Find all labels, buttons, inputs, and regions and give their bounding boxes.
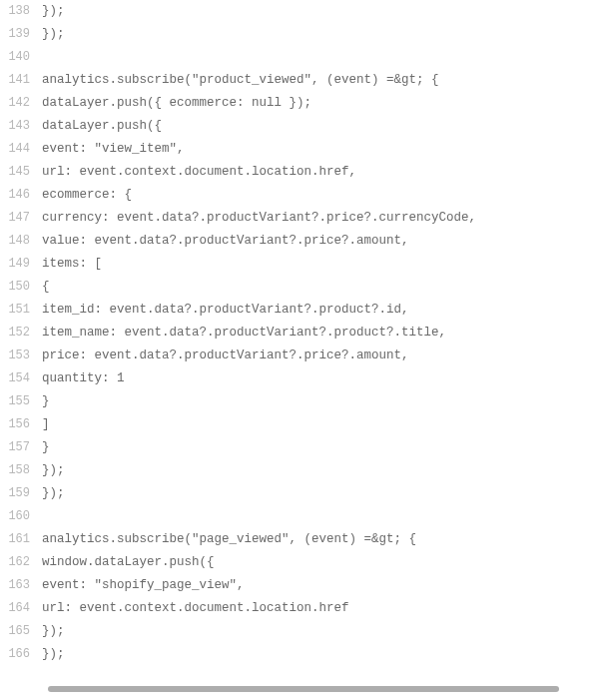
line-number: 139: [0, 23, 42, 46]
line-number: 158: [0, 459, 42, 482]
line-number: 144: [0, 138, 42, 161]
code-line: 156]: [0, 413, 599, 436]
line-content: });: [42, 0, 65, 23]
line-content: dataLayer.push({: [42, 115, 162, 138]
line-content: });: [42, 459, 65, 482]
line-number: 151: [0, 299, 42, 322]
code-line: 159});: [0, 482, 599, 505]
line-number: 165: [0, 620, 42, 643]
code-line: 166});: [0, 643, 599, 666]
code-line: 155}: [0, 390, 599, 413]
line-content: }: [42, 436, 50, 459]
line-content: price: event.data?.productVariant?.price…: [42, 345, 409, 367]
code-line: 165});: [0, 620, 599, 643]
code-line: 143dataLayer.push({: [0, 115, 599, 138]
code-line: 145url: event.context.document.location.…: [0, 161, 599, 184]
line-content: url: event.context.document.location.hre…: [42, 597, 349, 620]
line-number: 157: [0, 436, 42, 459]
code-line: 163event: "shopify_page_view",: [0, 574, 599, 597]
code-viewer: 138});139});140141analytics.subscribe("p…: [0, 0, 599, 700]
code-line: 147currency: event.data?.productVariant?…: [0, 207, 599, 230]
line-number: 163: [0, 574, 42, 597]
line-content: }: [42, 390, 50, 413]
line-number: 166: [0, 643, 42, 666]
code-line: 140: [0, 46, 599, 69]
line-number: 149: [0, 253, 42, 276]
line-content: item_id: event.data?.productVariant?.pro…: [42, 299, 409, 322]
line-content: {: [42, 276, 50, 299]
line-number: 140: [0, 46, 42, 69]
line-content: currency: event.data?.productVariant?.pr…: [42, 207, 476, 230]
code-line: 150{: [0, 276, 599, 299]
code-line: 148value: event.data?.productVariant?.pr…: [0, 230, 599, 253]
code-line: 158});: [0, 459, 599, 482]
line-number: 143: [0, 115, 42, 138]
line-content: quantity: 1: [42, 367, 125, 390]
code-line: 162window.dataLayer.push({: [0, 551, 599, 574]
line-number: 159: [0, 482, 42, 505]
line-content: analytics.subscribe("page_viewed", (even…: [42, 528, 416, 551]
line-number: 162: [0, 551, 42, 574]
line-number: 160: [0, 505, 42, 528]
code-line: 161analytics.subscribe("page_viewed", (e…: [0, 528, 599, 551]
line-number: 146: [0, 184, 42, 207]
code-line: 157}: [0, 436, 599, 459]
line-content: items: [: [42, 253, 102, 276]
line-content: window.dataLayer.push({: [42, 551, 215, 574]
line-number: 150: [0, 276, 42, 299]
line-number: 138: [0, 0, 42, 23]
line-content: });: [42, 620, 65, 643]
code-line: 144event: "view_item",: [0, 138, 599, 161]
line-number: 164: [0, 597, 42, 620]
line-content: value: event.data?.productVariant?.price…: [42, 230, 409, 253]
line-number: 145: [0, 161, 42, 184]
line-number: 153: [0, 345, 42, 367]
line-number: 154: [0, 367, 42, 390]
line-content: ecommerce: {: [42, 184, 132, 207]
horizontal-scrollbar-track[interactable]: [48, 686, 559, 692]
code-line: 151item_id: event.data?.productVariant?.…: [0, 299, 599, 322]
code-line: 164url: event.context.document.location.…: [0, 597, 599, 620]
line-number: 155: [0, 390, 42, 413]
line-number: 142: [0, 92, 42, 115]
code-line: 142dataLayer.push({ ecommerce: null });: [0, 92, 599, 115]
line-content: });: [42, 23, 65, 46]
code-line: 141analytics.subscribe("product_viewed",…: [0, 69, 599, 92]
line-content: item_name: event.data?.productVariant?.p…: [42, 322, 446, 345]
code-line: 160: [0, 505, 599, 528]
line-number: 141: [0, 69, 42, 92]
line-number: 147: [0, 207, 42, 230]
line-number: 161: [0, 528, 42, 551]
code-line: 138});: [0, 0, 599, 23]
line-content: url: event.context.document.location.hre…: [42, 161, 356, 184]
code-line: 153price: event.data?.productVariant?.pr…: [0, 345, 599, 367]
code-line: 152item_name: event.data?.productVariant…: [0, 322, 599, 345]
line-content: event: "view_item",: [42, 138, 185, 161]
line-content: event: "shopify_page_view",: [42, 574, 245, 597]
line-content: });: [42, 482, 65, 505]
code-line: 139});: [0, 23, 599, 46]
line-number: 148: [0, 230, 42, 253]
code-line: 154quantity: 1: [0, 367, 599, 390]
line-number: 152: [0, 322, 42, 345]
horizontal-scrollbar-thumb[interactable]: [48, 686, 559, 692]
line-content: ]: [42, 413, 50, 436]
code-line: 146ecommerce: {: [0, 184, 599, 207]
line-number: 156: [0, 413, 42, 436]
code-line: 149items: [: [0, 253, 599, 276]
line-content: analytics.subscribe("product_viewed", (e…: [42, 69, 439, 92]
line-content: });: [42, 643, 65, 666]
line-content: dataLayer.push({ ecommerce: null });: [42, 92, 311, 115]
